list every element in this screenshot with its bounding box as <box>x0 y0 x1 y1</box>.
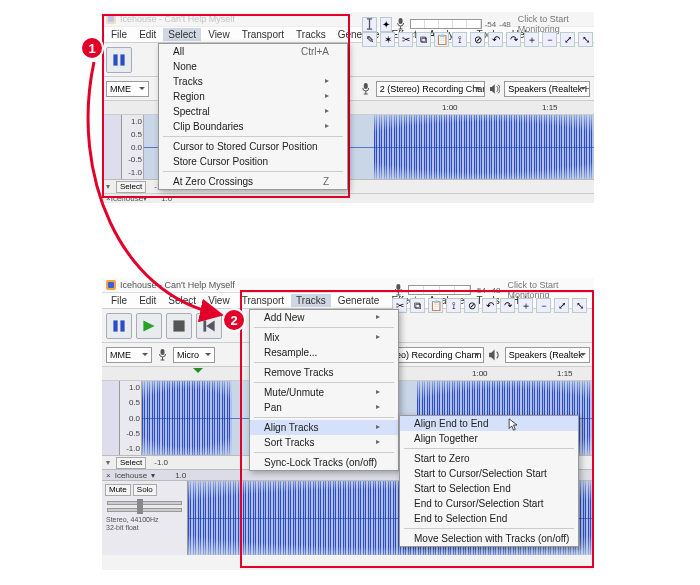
menuitem-region[interactable]: Region▸ <box>159 89 347 104</box>
meter-tick: -54 <box>485 20 497 29</box>
playhead-marker <box>193 368 203 378</box>
redo-icon[interactable]: ↷ <box>506 32 521 47</box>
menuitem-start-to-selection-end[interactable]: Start to Selection End <box>400 481 578 496</box>
tracks-menu-dropdown: Add New▸Mix▸Resample...Remove TracksMute… <box>249 309 399 471</box>
menuitem-clip-boundaries[interactable]: Clip Boundaries▸ <box>159 119 347 134</box>
menuitem-resample-[interactable]: Resample... <box>250 345 398 360</box>
menuitem-remove-tracks[interactable]: Remove Tracks <box>250 365 398 380</box>
cut-icon[interactable]: ✂ <box>398 32 413 47</box>
menuitem-move-selection-with-tracks-on-off-[interactable]: Move Selection with Tracks (on/off) <box>400 531 578 546</box>
speaker-icon <box>489 82 501 96</box>
track-format-label: Stereo, 44100Hz32-bit float <box>103 515 186 532</box>
svg-rect-5 <box>120 320 124 331</box>
window-title: Icehouse - Can't Help Myself <box>120 280 235 290</box>
svg-rect-3 <box>364 83 368 89</box>
track-header[interactable]: MuteSolo Stereo, 44100Hz32-bit float <box>102 481 188 555</box>
stop-button[interactable] <box>166 313 192 339</box>
app-logo-icon <box>106 280 116 290</box>
track-header[interactable] <box>102 381 120 455</box>
mic-icon <box>360 82 372 96</box>
amp-label: -1.0 <box>154 458 168 467</box>
zoom-out-icon[interactable]: － <box>542 32 557 47</box>
ruler-tick: 1:00 <box>442 103 458 112</box>
align-tracks-submenu: Align End to EndAlign TogetherStart to Z… <box>399 415 579 547</box>
menuitem-tracks[interactable]: Tracks▸ <box>159 74 347 89</box>
menuitem-spectral[interactable]: Spectral▸ <box>159 104 347 119</box>
step-badge-2: 2 <box>222 308 246 332</box>
menuitem-at-zero-crossings[interactable]: At Zero CrossingsZ <box>159 174 347 189</box>
tool-draw-icon[interactable]: ✎ <box>362 32 377 47</box>
mouse-cursor-icon <box>508 418 519 432</box>
play-button[interactable] <box>136 313 162 339</box>
menuitem-sort-tracks[interactable]: Sort Tracks▸ <box>250 435 398 450</box>
fit-sel-icon[interactable]: ⤢ <box>560 32 575 47</box>
mic-icon <box>395 17 406 31</box>
menuitem-mute-unmute[interactable]: Mute/Unmute▸ <box>250 385 398 400</box>
tool-ibeam-icon[interactable] <box>362 17 377 32</box>
ruler-tick: 1:15 <box>542 103 558 112</box>
svg-rect-9 <box>161 349 165 355</box>
host-combo[interactable]: MME <box>106 347 152 363</box>
pan-slider[interactable] <box>107 508 182 512</box>
tool-zoom-icon[interactable]: ✶ <box>380 32 395 47</box>
mic-icon <box>156 348 169 362</box>
menuitem-start-to-cursor-selection-start[interactable]: Start to Cursor/Selection Start <box>400 466 578 481</box>
silence-icon[interactable]: ⊘ <box>470 32 485 47</box>
menuitem-none[interactable]: None <box>159 59 347 74</box>
svg-rect-4 <box>113 320 117 331</box>
tool-envelope-icon[interactable]: ✦ <box>380 17 392 32</box>
mic-combo[interactable]: Micro <box>173 347 215 363</box>
zoom-in-icon[interactable]: ＋ <box>524 32 539 47</box>
speaker-combo[interactable]: Speakers (Realtek H <box>504 81 590 97</box>
menu-view[interactable]: View <box>203 294 235 307</box>
track-name-label: Icehouse <box>115 471 147 480</box>
gain-slider[interactable] <box>107 501 182 505</box>
menuitem-align-tracks[interactable]: Align Tracks▸ <box>250 420 398 435</box>
select-menu-dropdown: AllCtrl+ANoneTracks▸Region▸Spectral▸Clip… <box>158 43 348 190</box>
menuitem-store-cursor-position[interactable]: Store Cursor Position <box>159 154 347 169</box>
select-track-button[interactable]: Select <box>116 457 146 469</box>
menuitem-align-end-to-end[interactable]: Align End to End <box>400 416 578 431</box>
svg-rect-2 <box>399 18 403 24</box>
menu-file[interactable]: File <box>106 294 132 307</box>
mute-button[interactable]: Mute <box>105 484 131 496</box>
svg-rect-7 <box>203 320 206 331</box>
menu-select[interactable]: Select <box>163 294 201 307</box>
svg-rect-6 <box>173 320 184 331</box>
step-badge-1: 1 <box>80 36 104 60</box>
menuitem-start-to-zero[interactable]: Start to Zero <box>400 451 578 466</box>
rec-channel-combo[interactable]: 2 (Stereo) Recording Chann <box>376 81 485 97</box>
menuitem-sync-lock-tracks-on-off-[interactable]: Sync-Lock Tracks (on/off) <box>250 455 398 470</box>
menuitem-align-together[interactable]: Align Together <box>400 431 578 446</box>
menuitem-all[interactable]: AllCtrl+A <box>159 44 347 59</box>
solo-button[interactable]: Solo <box>133 484 157 496</box>
menuitem-mix[interactable]: Mix▸ <box>250 330 398 345</box>
menuitem-end-to-selection-end[interactable]: End to Selection End <box>400 511 578 526</box>
undo-icon[interactable]: ↶ <box>488 32 503 47</box>
pause-button[interactable] <box>106 313 132 339</box>
menuitem-end-to-cursor-selection-start[interactable]: End to Cursor/Selection Start <box>400 496 578 511</box>
input-meter[interactable] <box>410 19 482 29</box>
paste-icon[interactable]: 📋 <box>434 32 449 47</box>
menuitem-cursor-to-stored-cursor-position[interactable]: Cursor to Stored Cursor Position <box>159 139 347 154</box>
fit-proj-icon[interactable]: ⤡ <box>578 32 593 47</box>
amplitude-scale: 1.00.50.0-0.5-1.0 <box>120 381 142 455</box>
menuitem-pan[interactable]: Pan▸ <box>250 400 398 415</box>
trim-icon[interactable]: ⟟ <box>452 32 467 47</box>
meter-tick: -48 <box>499 20 511 29</box>
menu-edit[interactable]: Edit <box>134 294 161 307</box>
copy-icon[interactable]: ⧉ <box>416 32 431 47</box>
skip-start-button[interactable] <box>196 313 222 339</box>
monitoring-hint[interactable]: Click to Start Monitoring <box>518 14 594 34</box>
menuitem-add-new[interactable]: Add New▸ <box>250 310 398 325</box>
